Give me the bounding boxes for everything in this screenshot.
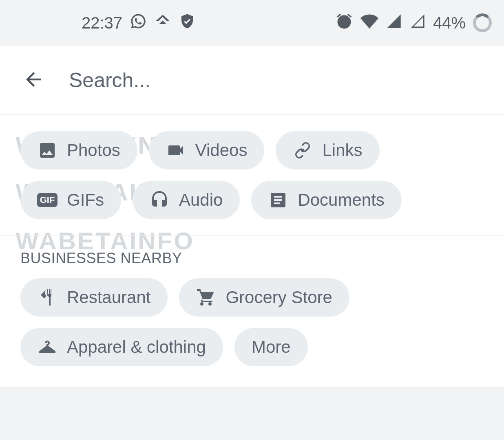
filter-chip-audio[interactable]: Audio [133, 181, 240, 219]
filter-chip-photos[interactable]: Photos [20, 131, 137, 169]
status-bar: 22:37 44% [0, 0, 504, 46]
chip-label: Photos [67, 141, 120, 160]
battery-ring-icon [473, 13, 492, 32]
chip-label: Documents [298, 190, 384, 210]
filter-chips-row: Photos Videos Links GIF GIFs [0, 115, 504, 236]
signal-1-icon [386, 13, 402, 33]
search-input[interactable] [69, 68, 482, 92]
chip-label: More [252, 337, 291, 357]
clock-text: 22:37 [82, 14, 122, 32]
document-icon [268, 190, 288, 210]
filter-chip-gifs[interactable]: GIF GIFs [20, 181, 121, 219]
chip-label: Audio [179, 190, 223, 210]
alarm-icon [335, 12, 353, 34]
apparel-icon [38, 337, 57, 357]
gif-icon: GIF [38, 190, 57, 210]
battery-percent-text: 44% [433, 14, 466, 32]
video-icon [166, 141, 186, 160]
chip-label: Grocery Store [225, 288, 332, 307]
chip-label: Videos [195, 141, 248, 160]
wifi-small-icon [154, 13, 171, 33]
chip-label: GIFs [67, 190, 104, 210]
filter-chip-documents[interactable]: Documents [251, 181, 401, 219]
link-icon [293, 141, 312, 160]
business-chips-row: Restaurant Grocery Store Apparel & cloth… [0, 271, 504, 387]
photo-icon [38, 141, 57, 160]
business-chip-grocery[interactable]: Grocery Store [179, 278, 349, 317]
signal-2-icon [409, 13, 426, 33]
business-chip-restaurant[interactable]: Restaurant [20, 278, 168, 317]
filter-chip-videos[interactable]: Videos [149, 131, 265, 169]
wifi-icon [360, 12, 378, 34]
businesses-header: BUSINESSES NEARBY [0, 236, 504, 271]
search-bar [0, 46, 504, 115]
chip-label: Links [322, 141, 362, 160]
chip-label: Apparel & clothing [67, 337, 206, 357]
business-chip-more[interactable]: More [234, 328, 308, 366]
back-arrow-icon[interactable] [22, 68, 44, 92]
restaurant-icon [38, 288, 57, 307]
business-chip-apparel[interactable]: Apparel & clothing [20, 328, 223, 366]
filter-chip-links[interactable]: Links [276, 131, 379, 169]
grocery-icon [196, 288, 216, 307]
shield-icon [179, 13, 196, 33]
chip-label: Restaurant [67, 288, 150, 307]
audio-icon [150, 190, 169, 210]
whatsapp-icon [130, 13, 147, 33]
